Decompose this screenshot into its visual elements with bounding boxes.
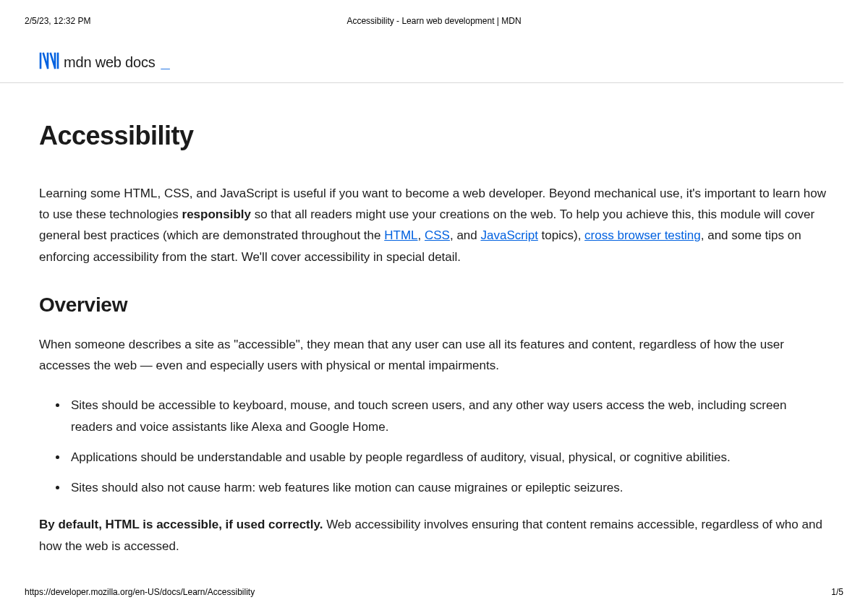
heading-overview: Overview: [39, 293, 829, 317]
link-cross-browser-testing[interactable]: cross browser testing: [584, 228, 701, 242]
mdn-logo[interactable]: mdn web docs _: [39, 52, 819, 72]
overview-paragraph: When someone describes a site as "access…: [39, 334, 829, 376]
logo-bar: mdn web docs _: [0, 26, 843, 83]
link-html[interactable]: HTML: [384, 228, 417, 242]
closing-bold: By default, HTML is accessible, if used …: [39, 518, 323, 531]
list-item: Sites should also not cause harm: web fe…: [68, 477, 829, 498]
print-timestamp: 2/5/23, 12:32 PM: [25, 16, 90, 26]
intro-paragraph: Learning some HTML, CSS, and JavaScript …: [39, 183, 829, 267]
overview-list: Sites should be accessible to keyboard, …: [39, 395, 829, 498]
intro-bold: responsibly: [182, 207, 251, 221]
link-css[interactable]: CSS: [425, 228, 450, 242]
print-doc-title: Accessibility - Learn web development | …: [346, 16, 521, 26]
mdn-logo-icon: [39, 52, 59, 72]
print-footer: https://developer.mozilla.org/en-US/docs…: [25, 587, 843, 597]
closing-paragraph: By default, HTML is accessible, if used …: [39, 514, 829, 556]
article-content: Accessibility Learning some HTML, CSS, a…: [0, 83, 868, 557]
list-item: Sites should be accessible to keyboard, …: [68, 395, 829, 437]
print-footer-url: https://developer.mozilla.org/en-US/docs…: [25, 587, 255, 597]
list-item: Applications should be understandable an…: [68, 447, 829, 468]
mdn-logo-underscore: _: [161, 53, 170, 72]
link-javascript[interactable]: JavaScript: [480, 228, 537, 242]
print-header: 2/5/23, 12:32 PM Accessibility - Learn w…: [0, 0, 868, 26]
mdn-logo-text: mdn web docs: [64, 54, 156, 71]
page-title: Accessibility: [39, 121, 829, 151]
print-page-number: 1/5: [831, 587, 843, 597]
